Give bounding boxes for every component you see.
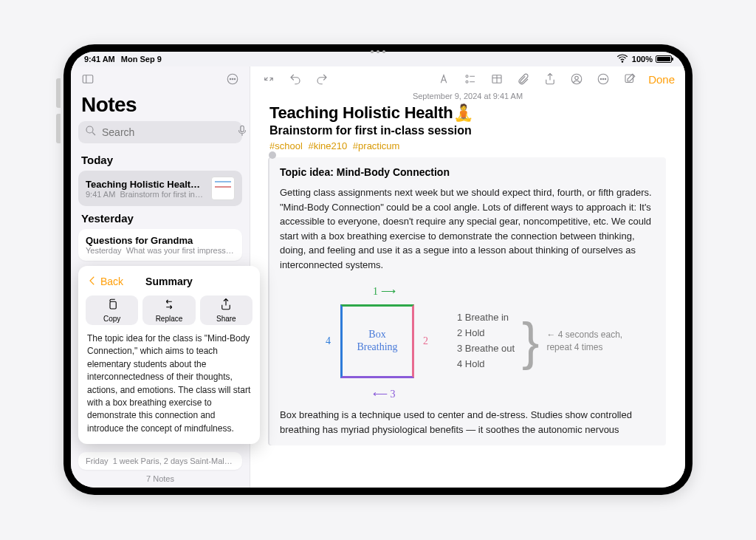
back-button[interactable]: Back	[86, 274, 123, 290]
summary-text: The topic idea for the class is "Mind-Bo…	[86, 332, 252, 435]
side-3-label: ⟵ 3	[373, 388, 396, 400]
box-label: BoxBreathing	[357, 329, 397, 354]
ipad-frame: 9:41 AM Mon Sep 9 100% Notes	[63, 44, 693, 495]
note-title: Questions for Grandma	[86, 235, 235, 246]
replace-icon	[162, 298, 176, 314]
note-title: Teaching Holistic Health 🧘	[86, 179, 205, 190]
more-icon[interactable]	[224, 71, 241, 87]
svg-point-4	[230, 78, 231, 80]
svg-rect-9	[241, 126, 244, 131]
sidebar-title: Notes	[71, 92, 250, 121]
tag: #kine210	[308, 140, 347, 151]
mic-icon[interactable]	[236, 124, 249, 140]
tag: #practicum	[353, 140, 400, 151]
svg-rect-10	[110, 301, 116, 309]
section-header-today: Today	[71, 149, 250, 169]
side-4-label: 4	[326, 335, 331, 347]
svg-point-19	[575, 76, 579, 80]
chevron-left-icon	[86, 274, 99, 290]
note-item-partial[interactable]: Friday 1 week Paris, 2 days Saint-Malo, …	[78, 452, 242, 470]
done-button[interactable]: Done	[648, 73, 675, 86]
note-block[interactable]: Topic idea: Mind-Body Connection Getting…	[269, 157, 666, 445]
section-header-yesterday: Yesterday	[71, 208, 250, 228]
battery-percent: 100%	[632, 55, 653, 64]
copy-button[interactable]: Copy	[86, 295, 138, 325]
svg-point-12	[466, 81, 468, 83]
paragraph[interactable]: Box breathing is a technique used to cen…	[280, 408, 656, 437]
tag: #school	[269, 140, 303, 151]
side-1-label: 1 ⟶	[373, 285, 396, 298]
svg-point-21	[600, 78, 602, 80]
sidebar: Notes Today Teaching Holistic Health 🧘 9…	[71, 66, 250, 488]
status-bar: 9:41 AM Mon Sep 9 100%	[71, 52, 685, 66]
box-breathing-drawing: 1 ⟶ 2 ⟵ 3 4 BoxBreathing 1 Breathe in	[309, 282, 656, 400]
note-content-pane: Done September 9, 2024 at 9:41 AM Teachi…	[250, 66, 685, 488]
sidebar-toggle-icon[interactable]	[80, 71, 96, 87]
checklist-icon[interactable]	[462, 71, 478, 87]
breathing-box: BoxBreathing	[340, 304, 414, 378]
notes-count: 7 Notes	[71, 470, 250, 488]
attach-icon[interactable]	[515, 71, 532, 87]
svg-rect-1	[83, 75, 93, 83]
note-preview: Yesterday What was your first impression…	[86, 246, 235, 255]
undo-icon[interactable]	[287, 71, 303, 87]
share-note-icon[interactable]	[542, 71, 558, 87]
share-button[interactable]: Share	[200, 295, 252, 325]
note-item-teaching-holistic-health[interactable]: Teaching Holistic Health 🧘 9:41 AM Brain…	[78, 171, 242, 206]
block-handle-icon[interactable]	[269, 151, 276, 159]
note-item-questions-for-grandma[interactable]: Questions for Grandma Yesterday What was…	[78, 229, 242, 261]
note-datestamp: September 9, 2024 at 9:41 AM	[250, 92, 685, 100]
replace-button[interactable]: Replace	[142, 295, 195, 325]
search-icon	[84, 124, 97, 140]
ipad-screen: 9:41 AM Mon Sep 9 100% Notes	[71, 52, 685, 488]
svg-point-0	[622, 61, 623, 63]
multitask-dots[interactable]	[371, 52, 385, 53]
svg-point-23	[605, 78, 606, 80]
topic-heading[interactable]: Topic idea: Mind-Body Connection	[280, 166, 656, 178]
table-icon[interactable]	[489, 71, 505, 87]
copy-icon	[106, 298, 119, 314]
svg-point-11	[466, 75, 468, 78]
note-tags[interactable]: #school #kine210 #practicum	[269, 140, 666, 151]
note-title[interactable]: Teaching Holistic Health🧘	[269, 103, 666, 123]
search-input[interactable]	[102, 126, 231, 138]
svg-point-5	[232, 78, 233, 80]
new-note-icon[interactable]	[622, 71, 638, 87]
status-time: 9:41 AM	[84, 55, 115, 64]
brace-icon: }	[522, 315, 539, 367]
note-preview: 9:41 AM Brainstorm for first in-cla…	[86, 190, 205, 199]
svg-line-8	[92, 132, 95, 135]
summary-popover: Back Summary Copy Replace Share	[78, 266, 260, 444]
breathing-steps: 1 Breathe in 2 Hold 3 Breathe out 4 Hold	[457, 310, 515, 372]
paragraph[interactable]: Getting class assignments next week but …	[280, 185, 656, 272]
svg-point-7	[86, 126, 93, 133]
aside-note: ← 4 seconds each, repeat 4 times	[546, 329, 622, 354]
svg-point-6	[234, 78, 236, 80]
note-subtitle[interactable]: Brainstorm for first in-class session	[269, 124, 666, 137]
collaborate-icon[interactable]	[568, 71, 585, 87]
status-day: Mon Sep 9	[121, 55, 162, 64]
expand-icon[interactable]	[261, 71, 277, 87]
more-actions-icon[interactable]	[595, 71, 611, 87]
redo-icon[interactable]	[314, 71, 330, 87]
search-field[interactable]	[78, 121, 242, 143]
svg-point-22	[602, 78, 604, 80]
side-2-label: 2	[423, 335, 428, 347]
share-icon	[219, 298, 233, 314]
note-thumbnail-icon	[211, 177, 235, 200]
wifi-icon	[616, 52, 629, 66]
battery-icon	[656, 55, 672, 63]
note-body[interactable]: Teaching Holistic Health🧘 Brainstorm for…	[250, 103, 685, 488]
text-format-icon[interactable]	[436, 71, 452, 87]
